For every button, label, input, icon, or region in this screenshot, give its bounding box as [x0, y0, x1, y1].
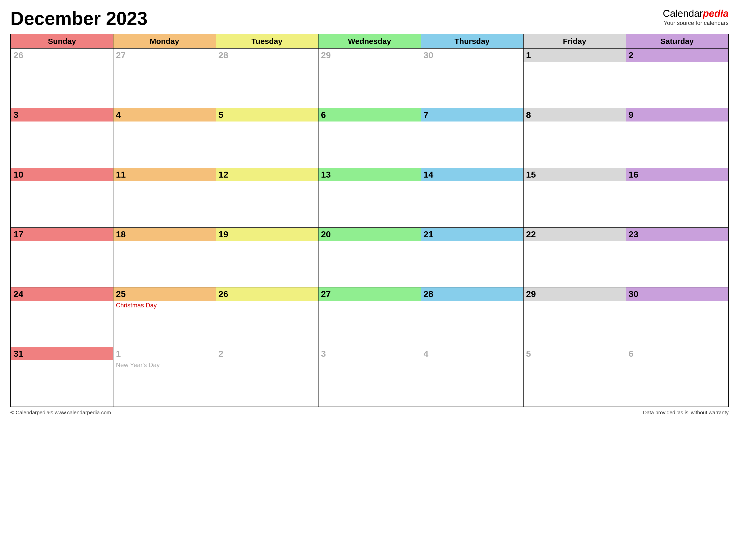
holiday-label: Christmas Day [114, 301, 216, 310]
day-number: 17 [11, 228, 113, 241]
calendar-day: 1New Year's Day [113, 347, 216, 407]
calendar-day: 16 [626, 168, 728, 228]
day-number: 13 [318, 168, 421, 181]
holiday-label: New Year's Day [114, 360, 216, 370]
calendar-day: 4 [113, 108, 216, 168]
day-number: 19 [216, 228, 318, 241]
calendar-day: 28 [216, 48, 318, 108]
calendar-day: 7 [421, 108, 523, 168]
day-number: 6 [318, 108, 421, 122]
calendar-day: 6 [318, 108, 421, 168]
calendar-day: 19 [216, 228, 318, 287]
calendar-day: 31 [11, 347, 113, 407]
calendar-table: Sunday Monday Tuesday Wednesday Thursday… [10, 34, 729, 407]
calendar-week-row: 2425Christmas Day2627282930 [11, 287, 728, 347]
calendar-week-row: 17181920212223 [11, 228, 728, 287]
brand-italic: pedia [703, 8, 729, 19]
calendar-day: 12 [216, 168, 318, 228]
calendar-week-row: 311New Year's Day23456 [11, 347, 728, 407]
calendar-day: 4 [421, 347, 523, 407]
brand-subtitle: Your source for calendars [663, 20, 729, 26]
calendar-day: 1 [523, 48, 626, 108]
day-number: 31 [11, 347, 113, 360]
calendar-day: 26 [216, 287, 318, 347]
day-number: 30 [421, 48, 523, 62]
day-number: 3 [11, 108, 113, 122]
day-number: 9 [626, 108, 728, 122]
day-number: 20 [318, 228, 421, 241]
calendar-day: 30 [421, 48, 523, 108]
calendar-week-row: 10111213141516 [11, 168, 728, 228]
calendar-day: 27 [113, 48, 216, 108]
th-tuesday: Tuesday [216, 34, 318, 48]
th-friday: Friday [523, 34, 626, 48]
calendar-day: 10 [11, 168, 113, 228]
calendar-week-row: 3456789 [11, 108, 728, 168]
day-number: 26 [11, 48, 113, 62]
day-number: 23 [626, 228, 728, 241]
calendar-day: 20 [318, 228, 421, 287]
day-number: 22 [524, 228, 626, 241]
calendar-day: 18 [113, 228, 216, 287]
brand-logo: Calendarpedia Your source for calendars [663, 8, 729, 26]
calendar-week-row: 262728293012 [11, 48, 728, 108]
day-number: 10 [11, 168, 113, 181]
footer-disclaimer: Data provided 'as is' without warranty [643, 410, 729, 416]
brand-name: Calendarpedia [663, 8, 729, 20]
calendar-day: 6 [626, 347, 728, 407]
th-monday: Monday [113, 34, 216, 48]
calendar-day: 27 [318, 287, 421, 347]
calendar-day: 15 [523, 168, 626, 228]
calendar-day: 23 [626, 228, 728, 287]
day-number: 27 [318, 287, 421, 301]
calendar-day: 26 [11, 48, 113, 108]
day-number: 2 [216, 347, 318, 360]
th-wednesday: Wednesday [318, 34, 421, 48]
day-number: 4 [421, 347, 523, 360]
day-number: 27 [114, 48, 216, 62]
day-number: 25 [114, 287, 216, 301]
day-number: 18 [114, 228, 216, 241]
days-of-week-row: Sunday Monday Tuesday Wednesday Thursday… [11, 34, 728, 48]
calendar-day: 5 [216, 108, 318, 168]
day-number: 3 [318, 347, 421, 360]
calendar-day: 2 [216, 347, 318, 407]
day-number: 4 [114, 108, 216, 122]
day-number: 26 [216, 287, 318, 301]
calendar-day: 2 [626, 48, 728, 108]
calendar-day: 13 [318, 168, 421, 228]
day-number: 11 [114, 168, 216, 181]
day-number: 30 [626, 287, 728, 301]
calendar-day: 22 [523, 228, 626, 287]
calendar-day: 30 [626, 287, 728, 347]
calendar-day: 28 [421, 287, 523, 347]
page-title: December 2023 [10, 8, 147, 29]
calendar-day: 14 [421, 168, 523, 228]
day-number: 5 [216, 108, 318, 122]
th-thursday: Thursday [421, 34, 523, 48]
day-number: 8 [524, 108, 626, 122]
calendar-day: 21 [421, 228, 523, 287]
day-number: 7 [421, 108, 523, 122]
day-number: 14 [421, 168, 523, 181]
day-number: 6 [626, 347, 728, 360]
footer-copyright: © Calendarpedia® www.calendarpedia.com [10, 410, 111, 416]
th-saturday: Saturday [626, 34, 728, 48]
calendar-day: 25Christmas Day [113, 287, 216, 347]
day-number: 15 [524, 168, 626, 181]
day-number: 29 [318, 48, 421, 62]
calendar-day: 9 [626, 108, 728, 168]
day-number: 5 [524, 347, 626, 360]
calendar-day: 24 [11, 287, 113, 347]
day-number: 24 [11, 287, 113, 301]
day-number: 29 [524, 287, 626, 301]
day-number: 28 [216, 48, 318, 62]
day-number: 1 [114, 347, 216, 360]
calendar-day: 3 [318, 347, 421, 407]
day-number: 2 [626, 48, 728, 62]
calendar-day: 29 [523, 287, 626, 347]
day-number: 1 [524, 48, 626, 62]
calendar-day: 8 [523, 108, 626, 168]
day-number: 12 [216, 168, 318, 181]
calendar-day: 5 [523, 347, 626, 407]
